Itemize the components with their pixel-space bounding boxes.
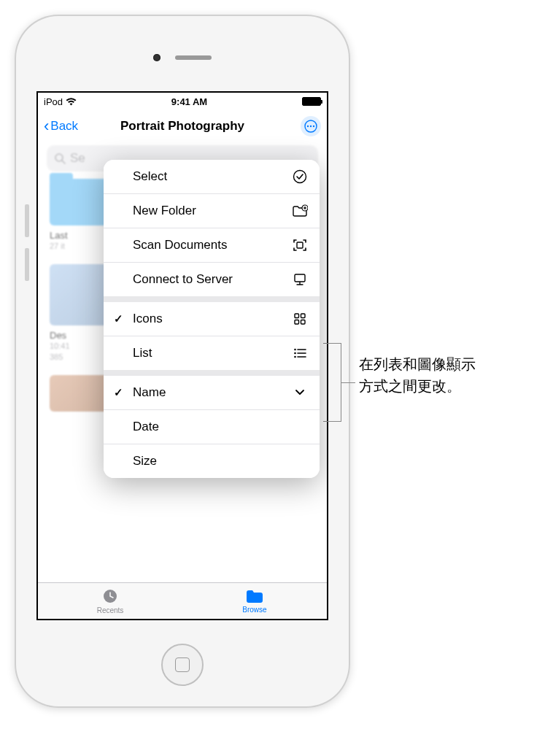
menu-label: Select xyxy=(133,169,167,184)
svg-rect-11 xyxy=(295,274,305,282)
menu-label: Scan Documents xyxy=(133,238,227,252)
nav-bar: ‹ Back Portrait Photography xyxy=(38,110,327,142)
scan-icon xyxy=(292,238,308,252)
ellipsis-circle-icon xyxy=(304,120,317,133)
menu-label: New Folder xyxy=(133,204,196,218)
svg-point-3 xyxy=(313,126,314,127)
svg-rect-15 xyxy=(301,314,306,318)
svg-point-22 xyxy=(294,356,296,358)
status-bar: iPod 9:41 AM xyxy=(38,93,327,110)
menu-label: Name xyxy=(133,385,166,400)
menu-divider xyxy=(104,296,320,302)
search-icon xyxy=(54,153,66,164)
menu-label: Icons xyxy=(133,312,163,326)
carrier-label: iPod xyxy=(44,96,63,107)
checkmark-icon: ✓ xyxy=(114,312,123,325)
menu-sort-date[interactable]: Date xyxy=(104,410,320,444)
camera-dot xyxy=(153,54,161,61)
menu-select[interactable]: Select xyxy=(104,160,320,194)
annotation-line1: 在列表和圖像顯示 xyxy=(359,353,476,375)
svg-point-20 xyxy=(294,352,296,355)
tab-label: Recents xyxy=(97,606,124,614)
back-label: Back xyxy=(50,119,78,134)
svg-rect-10 xyxy=(297,242,303,248)
time-label: 9:41 AM xyxy=(171,96,207,107)
more-button[interactable] xyxy=(301,116,321,136)
tab-bar: Recents Browse xyxy=(38,582,327,619)
select-checkmark-icon xyxy=(292,169,308,184)
tab-browse[interactable]: Browse xyxy=(182,583,327,619)
volume-down-button xyxy=(25,248,29,281)
device-frame: iPod 9:41 AM ‹ Back Portrait Photography xyxy=(15,15,350,708)
folder-plus-icon xyxy=(292,204,308,217)
checkmark-icon: ✓ xyxy=(114,386,123,399)
svg-rect-16 xyxy=(295,320,299,325)
menu-new-folder[interactable]: New Folder xyxy=(104,194,320,228)
svg-rect-14 xyxy=(295,314,299,318)
tab-recents[interactable]: Recents xyxy=(38,583,182,619)
menu-sort-name[interactable]: ✓ Name xyxy=(104,376,320,410)
svg-point-18 xyxy=(294,349,296,351)
svg-point-2 xyxy=(310,126,312,127)
chevron-left-icon: ‹ xyxy=(44,117,49,136)
menu-view-icons[interactable]: ✓ Icons xyxy=(104,302,320,336)
menu-divider xyxy=(104,370,320,376)
menu-view-list[interactable]: List xyxy=(104,336,320,370)
device-top xyxy=(146,51,219,64)
annotation-line2: 方式之間更改。 xyxy=(359,375,476,397)
page-title: Portrait Photography xyxy=(120,119,244,134)
clock-icon xyxy=(101,587,119,605)
menu-connect-server[interactable]: Connect to Server xyxy=(104,263,320,296)
list-icon xyxy=(292,347,308,359)
annotation-connector xyxy=(341,382,355,383)
home-button-glyph xyxy=(175,657,190,672)
home-button[interactable] xyxy=(161,644,204,686)
grid-icon xyxy=(292,312,308,325)
context-menu: Select New Folder Scan Documents xyxy=(104,160,320,478)
item-time: 10:41 xyxy=(50,341,70,351)
wifi-icon xyxy=(66,98,77,106)
svg-point-4 xyxy=(55,154,63,161)
chevron-down-icon xyxy=(292,389,308,396)
svg-rect-17 xyxy=(301,320,306,325)
item-size: 385 xyxy=(50,352,63,362)
item-name: Last xyxy=(50,230,68,241)
thumbnail xyxy=(50,375,111,412)
annotation-text: 在列表和圖像顯示 方式之間更改。 xyxy=(359,353,476,397)
item-count: 27 it xyxy=(50,241,65,251)
speaker-slot xyxy=(175,55,212,60)
thumbnail xyxy=(50,264,111,325)
search-placeholder: Se xyxy=(70,151,85,166)
menu-sort-size[interactable]: Size xyxy=(104,444,320,478)
menu-scan-documents[interactable]: Scan Documents xyxy=(104,228,320,263)
svg-point-6 xyxy=(294,171,306,183)
volume-up-button xyxy=(25,204,29,237)
battery-icon xyxy=(302,97,321,106)
folder-icon xyxy=(50,179,108,225)
tab-label: Browse xyxy=(242,606,266,614)
svg-point-1 xyxy=(307,126,309,127)
server-icon xyxy=(292,272,308,287)
item-name: Des xyxy=(50,330,66,341)
back-button[interactable]: ‹ Back xyxy=(44,117,78,136)
svg-line-5 xyxy=(62,161,65,163)
folder-icon xyxy=(245,588,264,604)
menu-label: Date xyxy=(133,420,159,434)
menu-label: List xyxy=(133,346,152,360)
menu-label: Connect to Server xyxy=(133,272,233,287)
screen: iPod 9:41 AM ‹ Back Portrait Photography xyxy=(36,91,328,620)
menu-label: Size xyxy=(133,454,157,468)
